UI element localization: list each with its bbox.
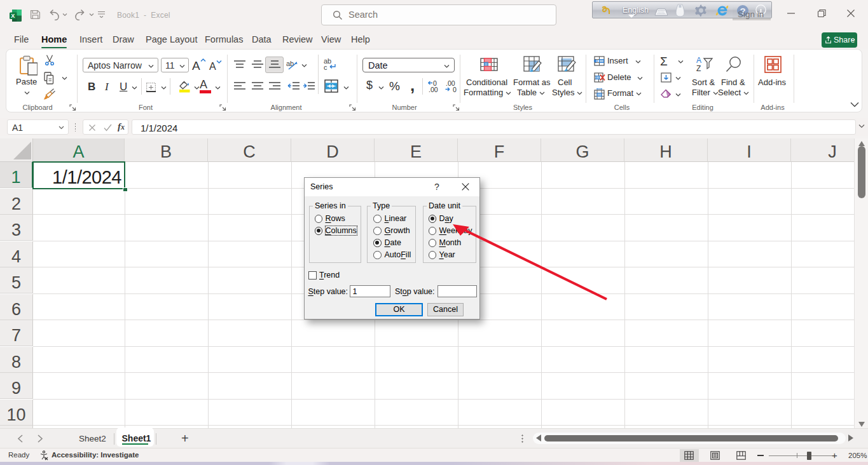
svg-text:.00: .00 (429, 86, 438, 93)
svg-text:c: c (324, 64, 327, 71)
svg-text:X: X (11, 13, 15, 19)
svg-text:0: 0 (453, 86, 457, 93)
svg-text:Z: Z (696, 64, 701, 72)
